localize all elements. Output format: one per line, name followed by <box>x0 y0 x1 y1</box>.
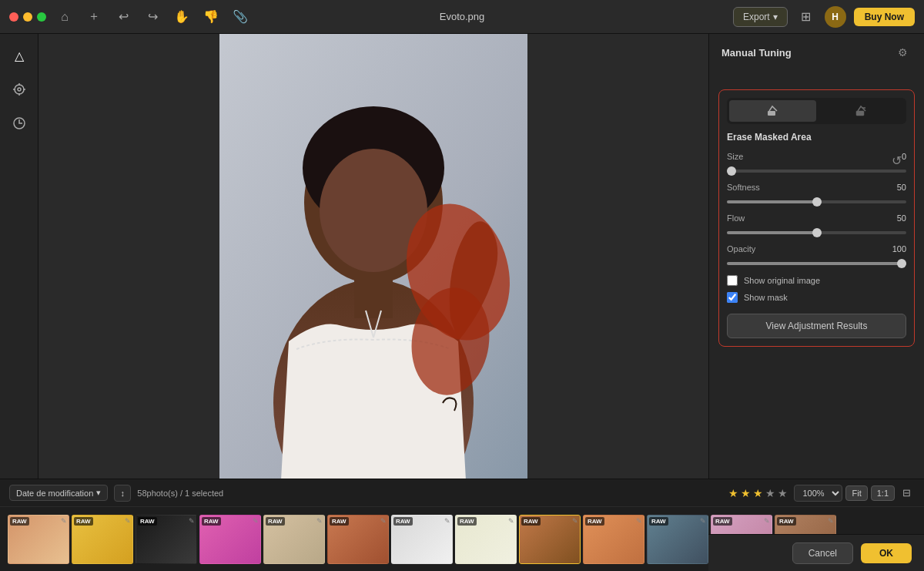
film-thumb-3[interactable]: RAW ✎ <box>136 515 197 564</box>
redo-button[interactable]: ↪ <box>142 6 163 28</box>
raw-badge-4: RAW <box>202 517 221 526</box>
softness-slider[interactable] <box>727 200 906 203</box>
edit-icon-10: ✎ <box>636 517 642 525</box>
sidebar-item-adjustments[interactable]: △ <box>7 43 32 68</box>
export-button[interactable]: Export ▾ <box>733 7 788 27</box>
raw-badge-3: RAW <box>138 517 157 526</box>
show-original-row: Show original image <box>727 275 906 286</box>
film-thumb-2[interactable]: RAW ✎ <box>72 515 133 564</box>
show-original-checkbox[interactable] <box>727 275 738 286</box>
softness-value: 50 <box>897 183 906 192</box>
zoom-controls: 100% 50% 200% Fit 1:1 ⊟ <box>794 485 915 502</box>
tuning-panel: Erase Masked Area Size 0 Softness 50 <box>718 89 915 347</box>
left-sidebar: △ <box>0 34 38 479</box>
raw-badge-9: RAW <box>521 517 541 526</box>
undo-button[interactable]: ↩ <box>112 6 134 28</box>
edit-icon-11: ✎ <box>700 517 706 525</box>
show-mask-label: Show mask <box>744 293 788 302</box>
reset-button[interactable]: ↺ <box>887 151 906 170</box>
star-1[interactable]: ★ <box>728 487 738 499</box>
erase-masked-area-label: Erase Masked Area <box>727 132 906 143</box>
minimize-button[interactable] <box>23 12 32 22</box>
rate-down-button[interactable]: 👎 <box>200 6 222 28</box>
film-thumb-10[interactable]: RAW ✎ <box>583 515 644 564</box>
main-image-container <box>219 34 527 479</box>
film-thumb-6[interactable]: RAW ✎ <box>327 515 389 564</box>
film-thumb-11[interactable]: RAW ✎ <box>647 515 708 564</box>
canvas-area[interactable] <box>38 34 708 479</box>
topbar: ⌂ ＋ ↩ ↪ ✋ 👎 📎 Evoto.png Export ▾ ⊞ H Buy… <box>0 0 924 34</box>
user-avatar[interactable]: H <box>825 6 846 28</box>
film-thumb-4[interactable]: RAW ✎ <box>199 515 261 564</box>
fit-button[interactable]: Fit <box>845 485 867 501</box>
edit-icon-6: ✎ <box>380 517 387 525</box>
star-rating: ★ ★ ★ ★ ★ <box>728 487 788 499</box>
tab-restore[interactable] <box>818 100 905 122</box>
show-mask-checkbox[interactable] <box>727 292 738 303</box>
opacity-slider-row: Opacity 100 <box>727 244 906 267</box>
close-button[interactable] <box>9 12 18 22</box>
sidebar-item-history[interactable] <box>7 111 32 136</box>
tab-erase[interactable] <box>729 100 816 122</box>
photo-count: 58photo(s) / 1 selected <box>137 489 722 498</box>
film-thumb-8[interactable]: RAW ✎ <box>455 515 517 564</box>
add-button[interactable]: ＋ <box>83 6 105 28</box>
traffic-lights <box>9 12 46 22</box>
film-thumb-7[interactable]: RAW ✎ <box>391 515 453 564</box>
raw-badge-11: RAW <box>649 517 668 526</box>
sort-chevron-icon: ▾ <box>96 488 101 498</box>
home-button[interactable]: ⌂ <box>54 6 75 28</box>
edit-icon-7: ✎ <box>444 517 450 525</box>
size-slider[interactable] <box>727 170 906 173</box>
file-title: Evoto.png <box>440 11 485 22</box>
film-thumb-1[interactable]: RAW ✎ <box>8 515 69 564</box>
hand-tool-button[interactable]: ✋ <box>171 6 192 28</box>
cancel-button[interactable]: Cancel <box>792 542 853 564</box>
edit-icon-2: ✎ <box>125 517 131 525</box>
opacity-label: Opacity <box>727 244 755 254</box>
sort-direction-button[interactable]: ↕ <box>114 485 131 502</box>
compare-button[interactable]: ⊞ <box>795 6 817 28</box>
view-adjustment-button[interactable]: View Adjustment Results <box>727 314 906 338</box>
bottom-action-bar: Cancel OK <box>708 534 924 571</box>
svg-rect-19 <box>856 111 864 116</box>
flow-value: 50 <box>897 213 906 223</box>
size-label: Size <box>727 152 743 161</box>
sidebar-item-effects[interactable] <box>7 77 32 102</box>
flow-slider-row: Flow 50 <box>727 213 906 237</box>
star-3[interactable]: ★ <box>753 487 763 499</box>
svg-rect-11 <box>354 272 393 318</box>
show-mask-row: Show mask <box>727 292 906 303</box>
film-thumb-5[interactable]: RAW ✎ <box>263 515 325 564</box>
size-slider-row: Size 0 <box>727 152 906 175</box>
settings-icon[interactable]: ⚙ <box>893 43 912 62</box>
raw-badge-12: RAW <box>713 517 732 526</box>
maximize-button[interactable] <box>37 12 46 22</box>
sort-dropdown[interactable]: Date de modification ▾ <box>9 485 108 501</box>
main-content: △ <box>0 34 924 479</box>
opacity-slider[interactable] <box>727 262 906 265</box>
right-panel: Manual Tuning ⚙ ↺ <box>708 34 924 479</box>
flow-slider[interactable] <box>727 231 906 234</box>
tool-tabs <box>727 98 906 124</box>
film-thumb-9[interactable]: RAW ✎ <box>519 515 581 564</box>
ok-button[interactable]: OK <box>861 543 912 563</box>
export-chevron-icon: ▾ <box>773 12 778 22</box>
star-5[interactable]: ★ <box>778 487 788 499</box>
raw-badge-10: RAW <box>585 517 604 526</box>
edit-icon-8: ✎ <box>508 517 514 525</box>
ratio-button[interactable]: 1:1 <box>871 485 895 501</box>
zoom-select[interactable]: 100% 50% 200% <box>794 485 842 502</box>
pin-button[interactable]: 📎 <box>229 6 251 28</box>
star-2[interactable]: ★ <box>741 487 751 499</box>
star-4[interactable]: ★ <box>765 487 775 499</box>
edit-icon-3: ✎ <box>189 517 195 525</box>
raw-badge-13: RAW <box>777 517 796 526</box>
edit-icon-5: ✎ <box>316 517 323 525</box>
manual-tuning-title: Manual Tuning <box>721 47 792 59</box>
buy-now-button[interactable]: Buy Now <box>854 8 915 26</box>
edit-icon-13: ✎ <box>828 517 834 525</box>
grid-view-button[interactable]: ⊟ <box>898 485 915 502</box>
svg-point-1 <box>18 88 21 91</box>
edit-icon-12: ✎ <box>764 517 770 525</box>
